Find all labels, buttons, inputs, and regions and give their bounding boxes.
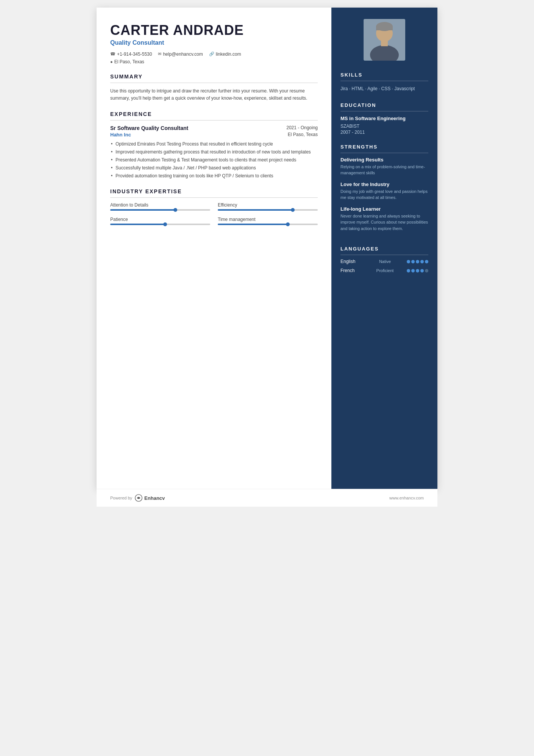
phone-item: ☎ +1-914-345-5530 xyxy=(110,52,152,57)
bar-track-2 xyxy=(218,209,318,211)
strength-name-2: Love for the Industry xyxy=(340,182,428,187)
edu-school: SZABIST xyxy=(340,124,428,129)
strength-item-3: Life-long Learner Never done learning an… xyxy=(340,206,428,232)
enhancv-logo: Enhancv xyxy=(134,494,165,502)
expertise-label-3: Patience xyxy=(110,217,210,222)
industry-expertise-title: INDUSTRY EXPERTISE xyxy=(110,188,318,198)
expertise-item-1: Attention to Details xyxy=(110,202,210,211)
lang-dots-french xyxy=(407,269,428,272)
edu-years: 2007 - 2011 xyxy=(340,130,428,135)
resume-wrapper: CARTER ANDRADE Quality Consultant ☎ +1-9… xyxy=(97,8,437,489)
expertise-label-1: Attention to Details xyxy=(110,202,210,208)
lang-name-english: English xyxy=(340,259,363,264)
expertise-item-4: Time management xyxy=(218,217,318,225)
skills-list: Jira · HTML · Agile · CSS · Javascript xyxy=(340,85,428,93)
right-sections: SKILLS Jira · HTML · Agile · CSS · Javas… xyxy=(331,61,437,288)
exp-dates: 2021 - Ongoing xyxy=(286,125,318,130)
strength-name-1: Delivering Results xyxy=(340,157,428,163)
lang-dots-english xyxy=(407,260,428,263)
svg-rect-3 xyxy=(381,40,388,46)
strength-desc-1: Relying on a mix of problem-solving and … xyxy=(340,164,428,176)
dot-f3 xyxy=(416,269,419,272)
summary-title: SUMMARY xyxy=(110,74,318,83)
dot-f2 xyxy=(411,269,415,272)
skills-title: SKILLS xyxy=(340,72,428,81)
education-title: EDUCATION xyxy=(340,102,428,111)
skills-section: SKILLS Jira · HTML · Agile · CSS · Javas… xyxy=(340,72,428,93)
exp-header: Sr Software Quality Consultant 2021 - On… xyxy=(110,125,318,131)
bar-fill-1 xyxy=(110,209,175,211)
strengths-title: STRENGTHS xyxy=(340,144,428,153)
expertise-label-2: Efficiency xyxy=(218,202,318,208)
edu-degree: MS in Software Engineering xyxy=(340,115,428,122)
powered-by-text: Powered by xyxy=(110,496,132,500)
page-outer: CARTER ANDRADE Quality Consultant ☎ +1-9… xyxy=(97,8,437,507)
logo-icon xyxy=(134,494,143,502)
strength-item-2: Love for the Industry Doing my job with … xyxy=(340,182,428,201)
website-url: linkedin.com xyxy=(216,52,241,57)
dot-e5 xyxy=(425,260,428,263)
photo-area xyxy=(331,8,437,61)
brand-name: Enhancv xyxy=(144,495,165,501)
footer-left: Powered by Enhancv xyxy=(110,494,165,502)
expertise-item-3: Patience xyxy=(110,217,210,225)
phone-number: +1-914-345-5530 xyxy=(117,52,152,57)
summary-text: Use this opportunity to intrigue and dra… xyxy=(110,88,318,102)
dot-f1 xyxy=(407,269,410,272)
dot-f5 xyxy=(425,269,428,272)
bullet-1: Optimized Emirates Post Testing Process … xyxy=(110,141,318,147)
summary-section: SUMMARY Use this opportunity to intrigue… xyxy=(110,74,318,102)
phone-icon: ☎ xyxy=(110,52,116,56)
bar-fill-4 xyxy=(218,224,288,225)
contact-info: ☎ +1-914-345-5530 ✉ help@enhancv.com 🔗 l… xyxy=(110,52,318,57)
lang-name-french: French xyxy=(340,268,363,273)
profile-silhouette xyxy=(364,19,405,61)
bar-track-1 xyxy=(110,209,210,211)
email-item: ✉ help@enhancv.com xyxy=(158,52,203,57)
location-text: El Paso, Texas xyxy=(114,59,144,64)
profile-photo xyxy=(364,19,405,61)
location-row: ● El Paso, Texas xyxy=(110,59,318,64)
exp-location: El Paso, Texas xyxy=(288,132,318,137)
lang-row-french: French Proficient xyxy=(340,268,428,273)
bar-dot-3 xyxy=(163,222,167,226)
candidate-name: CARTER ANDRADE xyxy=(110,23,318,38)
bar-dot-4 xyxy=(286,222,290,226)
location-icon: ● xyxy=(110,59,113,64)
strength-item-1: Delivering Results Relying on a mix of p… xyxy=(340,157,428,176)
dot-e2 xyxy=(411,260,415,263)
expertise-item-2: Efficiency xyxy=(218,202,318,211)
experience-title: EXPERIENCE xyxy=(110,111,318,121)
bullet-5: Provided automation testing training on … xyxy=(110,172,318,179)
bar-fill-3 xyxy=(110,224,165,225)
languages-title: LANGUAGES xyxy=(340,246,428,255)
bar-track-4 xyxy=(218,224,318,225)
dot-e3 xyxy=(416,260,419,263)
footer: Powered by Enhancv www.enhancv.com xyxy=(97,489,437,507)
strengths-section: STRENGTHS Delivering Results Relying on … xyxy=(340,144,428,237)
bar-track-3 xyxy=(110,224,210,225)
dot-e4 xyxy=(420,260,424,263)
bullet-4: Successfully tested multiple Java / .Net… xyxy=(110,164,318,171)
dot-e1 xyxy=(407,260,410,263)
website-item: 🔗 linkedin.com xyxy=(209,52,241,57)
exp-role: Sr Software Quality Consultant xyxy=(110,125,188,131)
link-icon: 🔗 xyxy=(209,52,214,56)
bar-fill-2 xyxy=(218,209,293,211)
strength-desc-3: Never done learning and always seeking t… xyxy=(340,213,428,232)
email-address: help@enhancv.com xyxy=(163,52,203,57)
right-column: SKILLS Jira · HTML · Agile · CSS · Javas… xyxy=(331,8,437,489)
bullet-2: Improved requirements gathering process … xyxy=(110,149,318,155)
expertise-grid: Attention to Details Efficiency xyxy=(110,202,318,225)
job-title: Quality Consultant xyxy=(110,39,318,46)
industry-expertise-section: INDUSTRY EXPERTISE Attention to Details … xyxy=(110,188,318,225)
strength-name-3: Life-long Learner xyxy=(340,206,428,212)
lang-level-french: Proficient xyxy=(372,268,398,273)
lang-row-english: English Native xyxy=(340,259,428,264)
experience-section: EXPERIENCE Sr Software Quality Consultan… xyxy=(110,111,318,179)
svg-rect-5 xyxy=(376,26,393,30)
expertise-label-4: Time management xyxy=(218,217,318,222)
bullet-3: Presented Automation Testing & Test Mana… xyxy=(110,157,318,163)
strength-desc-2: Doing my job with great love and passion… xyxy=(340,188,428,201)
exp-company: Hahn Inc xyxy=(110,132,131,138)
